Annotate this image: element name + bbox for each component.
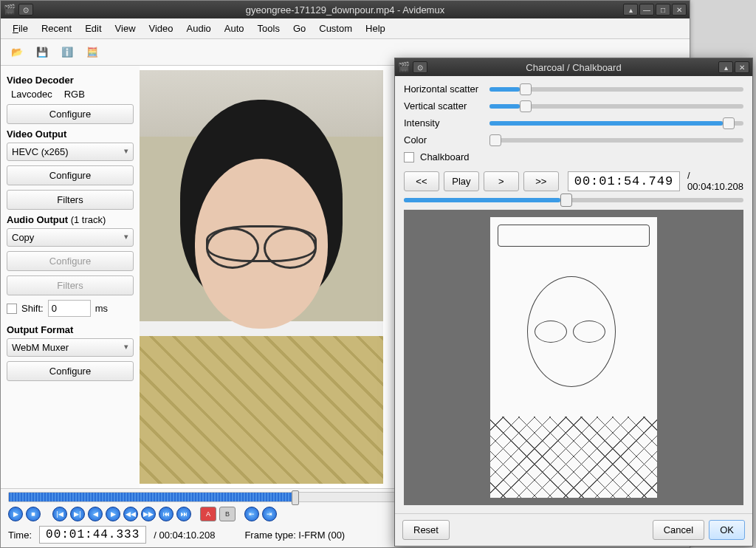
open-icon[interactable]: 📂 (10, 45, 24, 60)
dlg-total-time: / 00:04:10.208 (687, 170, 743, 192)
dialog-titlebar[interactable]: 🎬 ⊙ Charcoal / Chalkboard ▴ ✕ (395, 58, 752, 76)
menu-tools[interactable]: Tools (252, 20, 286, 37)
decoder-configure-button[interactable]: Configure (7, 104, 134, 124)
calculator-icon[interactable]: 🧮 (85, 45, 100, 60)
color-slider[interactable] (489, 138, 743, 143)
menu-custom[interactable]: Custom (313, 20, 358, 37)
save-icon[interactable]: 💾 (35, 45, 49, 60)
decoder-mode: RGB (64, 89, 85, 100)
menu-file[interactable]: FFileile (7, 20, 34, 37)
menu-video[interactable]: Video (143, 20, 179, 37)
video-frame (140, 70, 383, 484)
maximize-button[interactable]: □ (656, 4, 670, 16)
set-marker-a-button[interactable]: A (200, 507, 216, 521)
format-configure-button[interactable]: Configure (7, 361, 134, 381)
time-label: Time: (8, 530, 32, 541)
total-time: / 00:04:10.208 (154, 530, 215, 541)
dlg-time-display[interactable]: 00:01:54.749 (568, 171, 680, 191)
dlg-timeline[interactable] (404, 198, 743, 202)
dialog-app-icon: 🎬 (398, 61, 410, 73)
menu-audio[interactable]: Audio (181, 20, 217, 37)
shift-label: Shift: (21, 303, 44, 314)
reset-button[interactable]: Reset (402, 520, 450, 540)
next-frame-button[interactable]: ▶ (106, 507, 120, 521)
audio-codec-select[interactable]: Copy (7, 228, 134, 247)
menu-go[interactable]: Go (287, 20, 312, 37)
dialog-pin-button[interactable]: ⊙ (413, 61, 427, 73)
vscatter-slider[interactable] (489, 104, 743, 109)
main-titlebar[interactable]: 🎬 ⊙ gyeongree-171129_downpour.mp4 - Avid… (1, 1, 690, 18)
last-frame-button[interactable]: ⏭ (176, 507, 191, 521)
audio-output-title: Audio Output (1 track) (7, 214, 134, 225)
goto-b-button[interactable]: ⇥ (262, 507, 277, 521)
audio-filters-button: Filters (7, 275, 134, 295)
stop-button[interactable]: ■ (26, 507, 41, 521)
dlg-rewind-button[interactable]: << (404, 171, 439, 191)
menu-view[interactable]: View (109, 20, 142, 37)
decoder-codec: Lavcodec (11, 89, 52, 100)
info-icon[interactable]: ℹ️ (60, 45, 75, 60)
output-format-title: Output Format (7, 324, 134, 335)
video-filters-button[interactable]: Filters (7, 190, 134, 210)
hscatter-slider[interactable] (489, 87, 743, 92)
next-black-button[interactable]: ▶▶ (141, 507, 156, 521)
video-codec-select[interactable]: HEVC (x265) (7, 143, 134, 161)
play-button[interactable]: ▶ (8, 507, 23, 521)
menu-edit[interactable]: Edit (79, 20, 107, 37)
ok-button[interactable]: OK (709, 520, 745, 540)
frame-type: Frame type: I-FRM (00) (244, 530, 345, 541)
menu-recent[interactable]: Recent (35, 20, 78, 37)
audio-configure-button: Configure (7, 251, 134, 271)
goto-a-button[interactable]: ⇤ (244, 507, 259, 521)
next-keyframe-button[interactable]: ▶| (70, 507, 85, 521)
prev-black-button[interactable]: ◀◀ (123, 507, 138, 521)
prev-frame-button[interactable]: ◀ (88, 507, 103, 521)
video-configure-button[interactable]: Configure (7, 165, 134, 185)
set-marker-b-button[interactable]: B (219, 507, 236, 521)
shift-checkbox[interactable] (7, 304, 17, 314)
dlg-footer: Reset Cancel OK (395, 513, 752, 546)
intensity-slider[interactable] (489, 121, 743, 126)
app-icon: 🎬 (4, 4, 16, 16)
shift-input[interactable] (48, 300, 91, 317)
intensity-label: Intensity (404, 117, 489, 129)
video-output-title: Video Output (7, 129, 134, 140)
menu-help[interactable]: Help (360, 20, 391, 37)
time-display[interactable]: 00:01:44.333 (39, 526, 146, 544)
format-select[interactable]: WebM Muxer (7, 338, 134, 357)
dialog-close-button[interactable]: ✕ (735, 61, 749, 73)
dlg-play-button[interactable]: Play (444, 171, 479, 191)
pin-button[interactable]: ⊙ (18, 4, 33, 16)
color-label: Color (404, 134, 489, 145)
cancel-button[interactable]: Cancel (653, 520, 704, 540)
first-frame-button[interactable]: ⏮ (159, 507, 173, 521)
close-button[interactable]: ✕ (672, 4, 687, 16)
prev-keyframe-button[interactable]: |◀ (52, 507, 67, 521)
dialog-shade-button[interactable]: ▴ (718, 61, 733, 73)
shade-button[interactable]: ▴ (623, 4, 638, 16)
video-decoder-title: Video Decoder (7, 75, 134, 86)
minimize-button[interactable]: — (639, 4, 654, 16)
dlg-step-button[interactable]: > (484, 171, 519, 191)
menu-auto[interactable]: Auto (219, 20, 250, 37)
sidebar: Video Decoder Lavcodec RGB Configure Vid… (1, 66, 140, 488)
vscatter-label: Vertical scatter (404, 100, 489, 112)
filter-dialog: 🎬 ⊙ Charcoal / Chalkboard ▴ ✕ Horizontal… (394, 58, 753, 547)
menubar: FFileile Recent Edit View Video Audio Au… (1, 18, 690, 39)
chalkboard-label: Chalkboard (420, 151, 470, 162)
dlg-preview-image (490, 217, 657, 498)
window-title: gyeongree-171129_downpour.mp4 - Avidemux (246, 4, 444, 16)
dlg-forward-button[interactable]: >> (523, 171, 559, 191)
dialog-title: Charcoal / Chalkboard (526, 62, 621, 73)
dlg-preview-area (404, 210, 743, 505)
chalkboard-checkbox[interactable] (404, 152, 414, 162)
hscatter-label: Horizontal scatter (404, 83, 489, 95)
shift-unit: ms (95, 303, 108, 314)
